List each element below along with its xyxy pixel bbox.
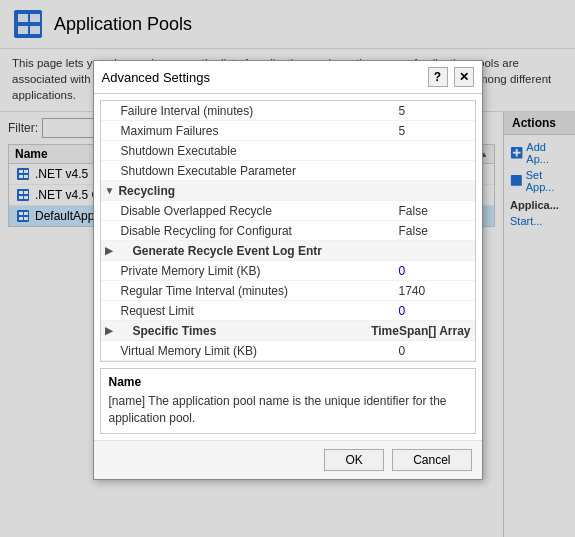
setting-value: 1740 bbox=[391, 284, 471, 298]
setting-label: Private Memory Limit (KB) bbox=[105, 264, 391, 278]
expand-icon[interactable]: ▶ bbox=[105, 245, 113, 256]
settings-row-gen-recycle[interactable]: ▶ Generate Recycle Event Log Entr bbox=[101, 241, 475, 261]
ok-button[interactable]: OK bbox=[324, 449, 384, 471]
setting-label: Request Limit bbox=[105, 304, 391, 318]
setting-label: Maximum Failures bbox=[105, 124, 391, 138]
setting-label: Disable Overlapped Recycle bbox=[105, 204, 391, 218]
description-text: [name] The application pool name is the … bbox=[109, 393, 467, 427]
setting-label: Recycling bbox=[118, 184, 470, 198]
modal-close-button[interactable]: ✕ bbox=[454, 67, 474, 87]
modal-controls: ? ✕ bbox=[428, 67, 474, 87]
settings-row-disable-recycle[interactable]: Disable Recycling for Configurat False bbox=[101, 221, 475, 241]
modal-overlay: Advanced Settings ? ✕ Failure Interval (… bbox=[0, 0, 575, 537]
setting-label: Generate Recycle Event Log Entr bbox=[117, 244, 471, 258]
modal-footer: OK Cancel bbox=[94, 440, 482, 479]
description-title: Name bbox=[109, 375, 467, 389]
setting-value: TimeSpan[] Array bbox=[363, 324, 470, 338]
modal-help-button[interactable]: ? bbox=[428, 67, 448, 87]
modal-body: Failure Interval (minutes) 5 Maximum Fai… bbox=[94, 94, 482, 440]
advanced-settings-modal: Advanced Settings ? ✕ Failure Interval (… bbox=[93, 60, 483, 480]
setting-label: Failure Interval (minutes) bbox=[105, 104, 391, 118]
setting-label: Specific Times bbox=[117, 324, 364, 338]
settings-row-disable-overlap[interactable]: Disable Overlapped Recycle False bbox=[101, 201, 475, 221]
setting-value: 0 bbox=[391, 304, 471, 318]
cancel-button[interactable]: Cancel bbox=[392, 449, 471, 471]
settings-row-private-mem[interactable]: Private Memory Limit (KB) 0 bbox=[101, 261, 475, 281]
setting-value: 0 bbox=[391, 344, 471, 358]
description-box: Name [name] The application pool name is… bbox=[100, 368, 476, 434]
setting-value: False bbox=[391, 204, 471, 218]
settings-row-shutdown-param[interactable]: Shutdown Executable Parameter bbox=[101, 161, 475, 181]
settings-row-specific-times[interactable]: ▶ Specific Times TimeSpan[] Array bbox=[101, 321, 475, 341]
setting-label: Virtual Memory Limit (KB) bbox=[105, 344, 391, 358]
settings-table[interactable]: Failure Interval (minutes) 5 Maximum Fai… bbox=[100, 100, 476, 362]
setting-value: 0 bbox=[391, 264, 471, 278]
settings-scrollable: Failure Interval (minutes) 5 Maximum Fai… bbox=[101, 101, 475, 361]
settings-row-time-interval[interactable]: Regular Time Interval (minutes) 1740 bbox=[101, 281, 475, 301]
settings-row-request-limit[interactable]: Request Limit 0 bbox=[101, 301, 475, 321]
settings-row-virtual-mem[interactable]: Virtual Memory Limit (KB) 0 bbox=[101, 341, 475, 361]
setting-value: 5 bbox=[391, 104, 471, 118]
modal-title: Advanced Settings bbox=[102, 70, 210, 85]
setting-value: 5 bbox=[391, 124, 471, 138]
modal-titlebar: Advanced Settings ? ✕ bbox=[94, 61, 482, 94]
collapse-icon[interactable]: ▼ bbox=[105, 185, 115, 196]
setting-value: False bbox=[391, 224, 471, 238]
setting-label: Regular Time Interval (minutes) bbox=[105, 284, 391, 298]
setting-label: Shutdown Executable bbox=[105, 144, 391, 158]
setting-label: Disable Recycling for Configurat bbox=[105, 224, 391, 238]
setting-label: Shutdown Executable Parameter bbox=[105, 164, 391, 178]
settings-row-shutdown-exe[interactable]: Shutdown Executable bbox=[101, 141, 475, 161]
settings-row-recycling[interactable]: ▼ Recycling bbox=[101, 181, 475, 201]
settings-row-max-failures[interactable]: Maximum Failures 5 bbox=[101, 121, 475, 141]
settings-row-failure-interval[interactable]: Failure Interval (minutes) 5 bbox=[101, 101, 475, 121]
expand-icon[interactable]: ▶ bbox=[105, 325, 113, 336]
